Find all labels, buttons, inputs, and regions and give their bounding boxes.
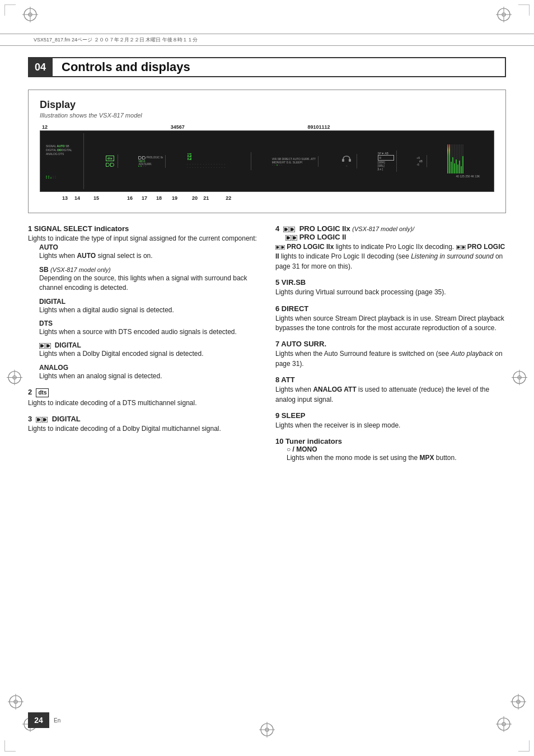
sub-dts: DTS Lights when a source with DTS encode…: [39, 320, 259, 337]
sub-dolby-digital: DIGITAL Lights when a Dolby Digital enco…: [39, 341, 259, 359]
page-number: 24: [28, 712, 49, 728]
chapter-number: 04: [28, 57, 53, 77]
num-19: 19: [172, 195, 177, 201]
reg-mark-left-bot: [8, 694, 24, 711]
item-2: 2 dts Lights to indicate decoding of a D…: [28, 388, 259, 408]
num-18: 18: [156, 195, 162, 201]
item-10-header: 10 Tuner indicators: [275, 437, 506, 445]
display-num-row-bottom: 13 14 15 16 17 18 19 20 21 22: [40, 195, 494, 201]
item-5-header: 5 VIR.SB: [275, 278, 506, 287]
desc-col-left: 1 SIGNAL SELECT indicators Lights to ind…: [28, 224, 259, 470]
display-subtitle: Illustration shows the VSX-817 model: [40, 112, 494, 119]
crop-mark-tl-v: [4, 4, 5, 16]
item-6: 6 DIRECT Lights when source Stream Direc…: [275, 304, 506, 334]
crop-mark-bl-v: [4, 740, 5, 752]
item-8: 8 ATT Lights when ANALOG ATT is used to …: [275, 375, 506, 405]
item-4: 4 PRO LOGIC IIx (VSX-: [275, 224, 506, 271]
display-title: Display: [40, 99, 494, 111]
num-12: 12: [324, 124, 492, 130]
item-2-header: 2 dts: [28, 388, 259, 397]
item-7-header: 7 AUTO SURR.: [275, 340, 506, 348]
chapter-title-box: Controls and displays: [53, 57, 506, 77]
header-text: VSX517_817.fm 24ページ ２００７年２月２２日 木曜日 午後８時１…: [34, 36, 198, 44]
sub-analog: ANALOG Lights when an analog signal is d…: [39, 364, 259, 381]
crop-mark-br-h: [518, 751, 530, 752]
chapter-title: Controls and displays: [62, 60, 190, 74]
display-panel: SIGNAL AUTO SB DIGITAL DDDIGITAL ANALOG …: [40, 130, 494, 192]
display-section: Display Illustration shows the VSX-817 m…: [28, 90, 506, 213]
item-10: 10 Tuner indicators ○ / MONO Lights when…: [275, 437, 506, 463]
reg-mark-right-bot: [510, 694, 526, 711]
page-footer: 24 En: [28, 712, 60, 728]
item-3: 3 DIGITAL: [28, 415, 259, 434]
num-17: 17: [142, 195, 147, 201]
item-9: 9 SLEEP Lights when the receiver is in s…: [275, 411, 506, 430]
svg-rect-4: [342, 159, 344, 162]
item-5: 5 VIR.SB Lights during Virtual surround …: [275, 278, 506, 297]
num-21: 21: [203, 195, 209, 201]
reg-mark-mid-right: [512, 369, 527, 387]
num-15: 15: [93, 195, 99, 201]
crop-mark-tr-v: [529, 4, 530, 16]
crop-mark-br-v: [529, 740, 530, 752]
num-14: 14: [74, 195, 80, 201]
num-22: 22: [226, 195, 231, 201]
crop-mark-bl-h: [4, 751, 16, 752]
page-lang: En: [54, 717, 60, 724]
num-11: 11: [318, 124, 324, 130]
reg-mark-top-left: [22, 7, 38, 24]
num-16: 16: [127, 195, 133, 201]
item-4-header: 4 PRO LOGIC IIx (VSX-: [275, 224, 506, 233]
item-3-header: 3 DIGITAL: [28, 415, 259, 423]
num-13: 13: [62, 195, 68, 201]
chapter-header: 04 Controls and displays: [28, 56, 506, 78]
num-20: 20: [192, 195, 198, 201]
crop-mark-tr-h: [518, 4, 530, 5]
desc-col-right: 4 PRO LOGIC IIx (VSX-: [275, 224, 506, 470]
num-7: 7: [182, 124, 308, 130]
main-content: Display Illustration shows the VSX-817 m…: [28, 90, 506, 470]
num-2: 2: [45, 124, 171, 130]
sub-sb: SB (VSX-817 model only) Depending on the…: [39, 266, 259, 293]
sub-digital: DIGITAL Lights when a digital audio sign…: [39, 298, 259, 315]
reg-mark-bot-right: [496, 716, 512, 734]
sub-mono: ○ / MONO Lights when the mono mode is se…: [287, 445, 506, 463]
item-6-header: 6 DIRECT: [275, 304, 506, 313]
item-8-header: 8 ATT: [275, 375, 506, 384]
item-1: 1 SIGNAL SELECT indicators Lights to ind…: [28, 224, 259, 381]
display-num-row-top: 1 2 3 4 5 6 7 8 9 10 11 12: [40, 124, 494, 130]
num-10: 10: [313, 124, 318, 130]
svg-rect-5: [349, 159, 351, 162]
crop-mark-tl-h: [4, 4, 16, 5]
item-1-header: 1 SIGNAL SELECT indicators: [28, 224, 259, 233]
item-9-header: 9 SLEEP: [275, 411, 506, 420]
item-7: 7 AUTO SURR. Lights when the Auto Surrou…: [275, 340, 506, 369]
reg-mark-mid-left: [7, 369, 22, 387]
reg-mark-bottom-center: [259, 722, 275, 739]
description-columns: 1 SIGNAL SELECT indicators Lights to ind…: [28, 224, 506, 470]
reg-mark-top-right: [496, 7, 512, 24]
sub-auto: AUTO Lights when AUTO signal select is o…: [39, 243, 259, 261]
header-bar: VSX517_817.fm 24ページ ２００７年２月２２日 木曜日 午後８時１…: [0, 34, 534, 46]
